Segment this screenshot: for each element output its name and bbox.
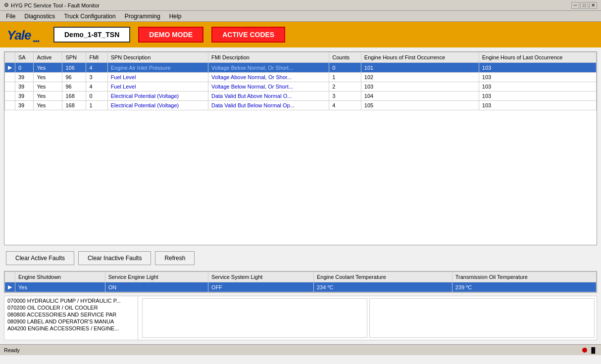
menu-file[interactable]: File: [2, 12, 19, 21]
cell-fmi-desc[interactable]: Voltage Below Normal, Or Short...: [208, 82, 329, 91]
cell-fmi: 4: [86, 82, 107, 91]
cell-last-occ: 103: [479, 63, 596, 73]
cell-spn-desc[interactable]: Fuel Level: [107, 82, 208, 91]
col-header-counts: Counts: [329, 52, 361, 63]
status-service-engine-light: ON: [105, 282, 208, 292]
status-table: Engine Shutdown Service Engine Light Ser…: [4, 272, 597, 292]
panel-box-left: [142, 298, 367, 338]
cell-active: Yes: [34, 82, 62, 91]
cell-sa: 0: [15, 63, 34, 73]
fault-table-row[interactable]: 39Yes964Fuel LevelVoltage Below Normal, …: [5, 82, 597, 91]
svg-text:●●●: ●●●: [33, 39, 40, 44]
cell-active: Yes: [34, 91, 62, 101]
menu-bar: File Diagnostics Truck Configuration Pro…: [0, 11, 601, 22]
tree-panel[interactable]: 070000 HYDRAULIC PUMP / HYDRAULIC P...07…: [4, 296, 138, 340]
window-controls[interactable]: ─ □ ✕: [571, 2, 597, 9]
cell-spn-desc[interactable]: Electrical Potential (Voltage): [107, 91, 208, 101]
app-icon: ⚙: [4, 2, 9, 8]
maximize-button[interactable]: □: [580, 2, 588, 9]
cell-fmi-desc[interactable]: Data Valid But Below Normal Op...: [208, 101, 329, 110]
title-bar-text: ⚙ HYG PC Service Tool - Fault Monitor: [4, 2, 100, 8]
col-header-fmi: FMI: [86, 52, 107, 63]
demo-label-badge: Demo_1-8T_TSN: [53, 27, 130, 43]
tree-item[interactable]: A04200 ENGINE ACCESSORIES / ENGINE...: [5, 325, 137, 332]
cell-first-occ: 103: [361, 82, 479, 91]
window-title: HYG PC Service Tool - Fault Monitor: [11, 2, 100, 8]
tree-item[interactable]: 070200 OIL COOLER / OIL COOLER: [5, 304, 137, 311]
status-col-trans-temp: Transmission Oil Temperature: [452, 272, 596, 282]
cell-last-occ: 103: [479, 101, 596, 110]
title-bar: ⚙ HYG PC Service Tool - Fault Monitor ─ …: [0, 0, 601, 11]
clear-active-faults-button[interactable]: Clear Active Faults: [6, 251, 74, 265]
cell-counts: 0: [329, 63, 361, 73]
fault-table-row[interactable]: 39Yes1681Electrical Potential (Voltage)D…: [5, 101, 597, 110]
row-arrow: [5, 73, 15, 82]
cell-spn-desc[interactable]: Engine Air Inlet Pressure: [107, 63, 208, 73]
cell-last-occ: 103: [479, 91, 596, 101]
minimize-button[interactable]: ─: [571, 2, 579, 9]
status-trans-oil-temp: 239 ºC: [452, 282, 596, 292]
status-col-service-engine: Service Engine Light: [105, 272, 208, 282]
tree-item[interactable]: 080800 ACCESSORIES AND SERVICE PAR: [5, 311, 137, 318]
col-header-spn: SPN: [62, 52, 86, 63]
close-button[interactable]: ✕: [589, 2, 597, 9]
cell-fmi-desc[interactable]: Voltage Below Normal, Or Short...: [208, 63, 329, 73]
cell-spn-desc[interactable]: Fuel Level: [107, 73, 208, 82]
col-header-last-occ: Engine Hours of Last Occurrence: [479, 52, 596, 63]
status-col-coolant-temp: Engine Coolant Temperature: [314, 272, 452, 282]
menu-help[interactable]: Help: [165, 12, 186, 21]
tree-item[interactable]: 080900 LABEL AND OPERATOR'S MANUA: [5, 318, 137, 325]
cell-first-occ: 101: [361, 63, 479, 73]
cell-fmi: 3: [86, 73, 107, 82]
cell-spn: 168: [62, 91, 86, 101]
status-extra: ▐▌: [589, 347, 597, 353]
menu-programming[interactable]: Programming: [121, 12, 164, 21]
fault-table-scroll[interactable]: SA Active SPN FMI SPN Description FMI De…: [4, 52, 597, 245]
status-coolant-temp: 234 ºC: [314, 282, 452, 292]
status-col-service-system: Service System Light: [208, 272, 314, 282]
cell-counts: 1: [329, 73, 361, 82]
cell-sa: 39: [15, 91, 34, 101]
clear-inactive-faults-button[interactable]: Clear Inactive Faults: [78, 251, 151, 265]
main-content: SA Active SPN FMI SPN Description FMI De…: [0, 47, 601, 344]
cell-spn: 96: [62, 73, 86, 82]
status-indicator: [582, 348, 587, 353]
col-header-sa: SA: [15, 52, 34, 63]
cell-active: Yes: [34, 63, 62, 73]
fault-table-row[interactable]: 39Yes963Fuel LevelVoltage Above Normal, …: [5, 73, 597, 82]
cell-fmi: 1: [86, 101, 107, 110]
bottom-section: 070000 HYDRAULIC PUMP / HYDRAULIC P...07…: [4, 296, 597, 340]
menu-diagnostics[interactable]: Diagnostics: [20, 12, 59, 21]
status-service-system-light: OFF: [208, 282, 314, 292]
cell-counts: 4: [329, 101, 361, 110]
tree-item[interactable]: 070000 HYDRAULIC PUMP / HYDRAULIC P...: [5, 297, 137, 304]
cell-sa: 39: [15, 82, 34, 91]
panel-box-right: [369, 298, 595, 338]
row-arrow: ▶: [5, 63, 15, 73]
cell-active: Yes: [34, 73, 62, 82]
menu-truck-config[interactable]: Truck Configuration: [60, 12, 119, 21]
cell-counts: 3: [329, 91, 361, 101]
fault-table-row[interactable]: ▶0Yes1064Engine Air Inlet PressureVoltag…: [5, 63, 597, 73]
cell-fmi-desc[interactable]: Voltage Above Normal, Or Shor...: [208, 73, 329, 82]
header-bar: Yale ●●● Demo_1-8T_TSN DEMO MODE ACTIVE …: [0, 22, 601, 47]
right-panels: [140, 296, 597, 340]
status-engine-shutdown: Yes: [15, 282, 105, 292]
col-header-first-occ: Engine Hours of First Occurrence: [361, 52, 479, 63]
cell-fmi-desc[interactable]: Data Valid But Above Normal O...: [208, 91, 329, 101]
fault-table-row[interactable]: 39Yes1680Electrical Potential (Voltage)D…: [5, 91, 597, 101]
cell-fmi: 0: [86, 91, 107, 101]
status-row[interactable]: ▶ Yes ON OFF 234 ºC 239 ºC: [5, 282, 597, 292]
col-header-fmi-desc: FMI Description: [208, 52, 329, 63]
cell-sa: 39: [15, 101, 34, 110]
row-arrow: [5, 82, 15, 91]
yale-logo: Yale ●●●: [6, 26, 46, 44]
cell-last-occ: 103: [479, 82, 596, 91]
status-col-engine-shutdown: Engine Shutdown: [15, 272, 105, 282]
cell-spn-desc[interactable]: Electrical Potential (Voltage): [107, 101, 208, 110]
svg-text:Yale: Yale: [7, 28, 31, 43]
col-header-spn-desc: SPN Description: [107, 52, 208, 63]
refresh-button[interactable]: Refresh: [155, 251, 195, 265]
cell-active: Yes: [34, 101, 62, 110]
cell-spn: 168: [62, 101, 86, 110]
